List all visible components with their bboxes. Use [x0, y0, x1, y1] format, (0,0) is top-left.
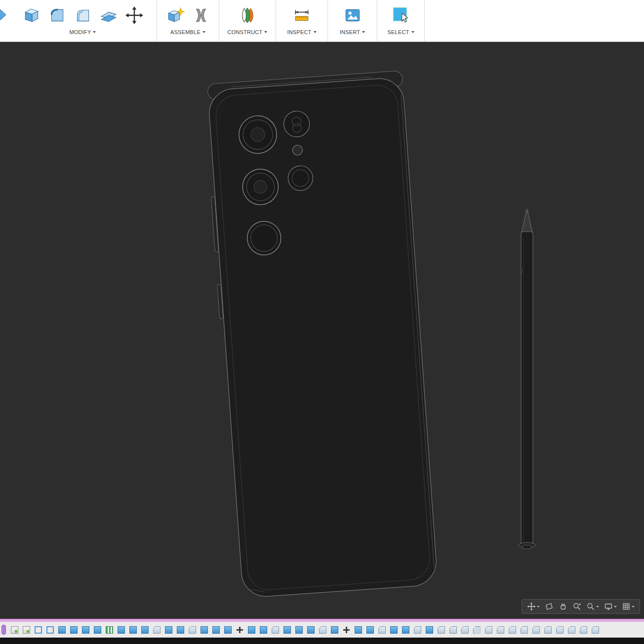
- timeline-feature-fillet-icon[interactable]: [521, 626, 528, 634]
- new-component-button[interactable]: [164, 3, 187, 27]
- display-settings-button[interactable]: [602, 601, 619, 612]
- select-menu-label[interactable]: SELECT: [382, 28, 419, 37]
- timeline-feature-fillet-icon[interactable]: [378, 626, 386, 634]
- timeline-feature-extrude-icon[interactable]: [212, 626, 220, 634]
- timeline-feature-fillet-icon[interactable]: [544, 626, 552, 634]
- grid-button[interactable]: [620, 601, 637, 612]
- assemble-menu-label[interactable]: ASSEMBLE: [162, 28, 214, 37]
- timeline-feature-fillet-icon[interactable]: [414, 626, 421, 634]
- modify-label-text: MODIFY: [70, 29, 91, 35]
- zoom-in-out-button[interactable]: [570, 601, 583, 612]
- inspect-menu-label[interactable]: INSPECT: [281, 28, 322, 37]
- chamfer-button[interactable]: [72, 3, 94, 27]
- timeline-feature-extrude-icon[interactable]: [307, 626, 315, 634]
- pan-button[interactable]: [557, 601, 569, 612]
- timeline-feature-extrude-icon[interactable]: [295, 626, 303, 634]
- assemble-label-text: ASSEMBLE: [170, 29, 201, 35]
- look-at-button[interactable]: [543, 601, 556, 612]
- timeline-feature-extrude-icon[interactable]: [58, 626, 66, 634]
- fillet-button[interactable]: [46, 3, 69, 27]
- timeline-feature-extrude-icon[interactable]: [82, 626, 89, 634]
- timeline-feature-fillet-icon[interactable]: [592, 626, 599, 634]
- timeline-feature-extrude-icon[interactable]: [94, 626, 101, 634]
- timeline-feature-offset-icon[interactable]: [35, 626, 42, 634]
- timeline-feature-fillet-icon[interactable]: [509, 626, 516, 634]
- timeline-feature-extrude-icon[interactable]: [177, 626, 184, 634]
- shell-button[interactable]: [97, 3, 120, 27]
- toolbar-group-construct: CONSTRUCT: [219, 0, 276, 41]
- toolbar-group-insert: INSERT: [328, 0, 377, 41]
- timeline-feature-extrude-icon[interactable]: [366, 626, 374, 634]
- timeline-track: [8, 626, 601, 634]
- construct-plane-button[interactable]: [236, 3, 259, 27]
- timeline-bar: [0, 622, 644, 638]
- timeline-feature-extrude-icon[interactable]: [224, 626, 232, 634]
- timeline-start-marker[interactable]: [1, 625, 6, 635]
- timeline-feature-fillet-icon[interactable]: [580, 626, 587, 634]
- timeline-feature-move-icon[interactable]: [236, 626, 243, 634]
- timeline-feature-fillet-icon[interactable]: [272, 626, 279, 634]
- modify-menu-label[interactable]: MODIFY: [14, 28, 152, 37]
- timeline-feature-extrude-icon[interactable]: [426, 626, 433, 634]
- timeline-feature-fillet-icon[interactable]: [153, 626, 161, 634]
- clipped-arrow-icon: [0, 4, 10, 26]
- timeline-feature-extrude-icon[interactable]: [129, 626, 137, 634]
- timeline-feature-extrude-icon[interactable]: [283, 626, 291, 634]
- timeline-feature-fillet-icon[interactable]: [532, 626, 540, 634]
- timeline-feature-fillet-icon[interactable]: [189, 626, 196, 634]
- move-button[interactable]: [123, 3, 146, 27]
- timeline-feature-extrude-icon[interactable]: [390, 626, 398, 634]
- measure-button[interactable]: [290, 3, 313, 27]
- timeline-feature-extrude-icon[interactable]: [402, 626, 409, 634]
- timeline-feature-fillet-icon[interactable]: [497, 626, 504, 634]
- bottom-strip: [0, 638, 644, 644]
- chamfer-icon: [74, 6, 92, 25]
- timeline-feature-extrude-icon[interactable]: [70, 626, 78, 634]
- timeline-feature-pattern-icon[interactable]: [106, 626, 113, 634]
- joint-button[interactable]: [190, 3, 212, 27]
- timeline-feature-extrude-icon[interactable]: [260, 626, 267, 634]
- press-pull-button[interactable]: [20, 3, 43, 27]
- timeline-feature-move-icon[interactable]: [343, 626, 350, 634]
- orbit-button[interactable]: [525, 601, 542, 612]
- chevron-down-icon: [614, 606, 617, 607]
- timeline-feature-chamfer-icon[interactable]: [473, 626, 481, 634]
- timeline-feature-sketch-icon[interactable]: [23, 626, 30, 634]
- timeline-feature-extrude-icon[interactable]: [118, 626, 125, 634]
- construct-label-text: CONSTRUCT: [228, 29, 263, 35]
- construct-menu-label[interactable]: CONSTRUCT: [224, 28, 271, 37]
- select-window-button[interactable]: [390, 3, 412, 27]
- timeline-feature-fillet-icon[interactable]: [568, 626, 575, 634]
- timeline-feature-fillet-icon[interactable]: [319, 626, 326, 634]
- timeline-feature-fillet-icon[interactable]: [461, 626, 469, 634]
- fillet-icon: [48, 6, 67, 25]
- timeline-feature-fillet-icon[interactable]: [449, 626, 457, 634]
- timeline-feature-extrude-icon[interactable]: [165, 626, 172, 634]
- timeline-feature-fillet-icon[interactable]: [556, 626, 564, 634]
- toolbar-group-modify: MODIFY: [0, 0, 157, 41]
- timeline-feature-fillet-icon[interactable]: [438, 626, 445, 634]
- timeline-feature-extrude-icon[interactable]: [331, 626, 338, 634]
- chevron-down-icon: [596, 606, 599, 607]
- timeline-feature-extrude-icon[interactable]: [201, 626, 208, 634]
- grid-icon: [622, 602, 631, 611]
- stylus-model[interactable]: [519, 209, 535, 549]
- insert-menu-label[interactable]: INSERT: [333, 28, 372, 37]
- phone-model[interactable]: [203, 71, 438, 599]
- chevron-down-icon: [202, 31, 205, 33]
- select-label-text: SELECT: [388, 29, 409, 35]
- viewport-canvas[interactable]: [0, 42, 644, 619]
- timeline-feature-extrude-icon[interactable]: [355, 626, 362, 634]
- construct-plane-icon: [238, 6, 257, 25]
- timeline-feature-extrude-icon[interactable]: [248, 626, 255, 634]
- timeline-feature-offset-icon[interactable]: [46, 626, 54, 634]
- timeline-feature-fillet-icon[interactable]: [485, 626, 492, 634]
- display-settings-icon: [604, 602, 613, 611]
- insert-image-icon: [343, 6, 362, 25]
- clipped-toolbar-icon[interactable]: [0, 4, 10, 26]
- insert-image-button[interactable]: [341, 3, 364, 27]
- zoom-window-button[interactable]: [584, 601, 601, 612]
- timeline-feature-extrude-icon[interactable]: [141, 626, 149, 634]
- timeline-feature-sketch-icon[interactable]: [11, 626, 18, 634]
- orbit-icon: [527, 602, 536, 611]
